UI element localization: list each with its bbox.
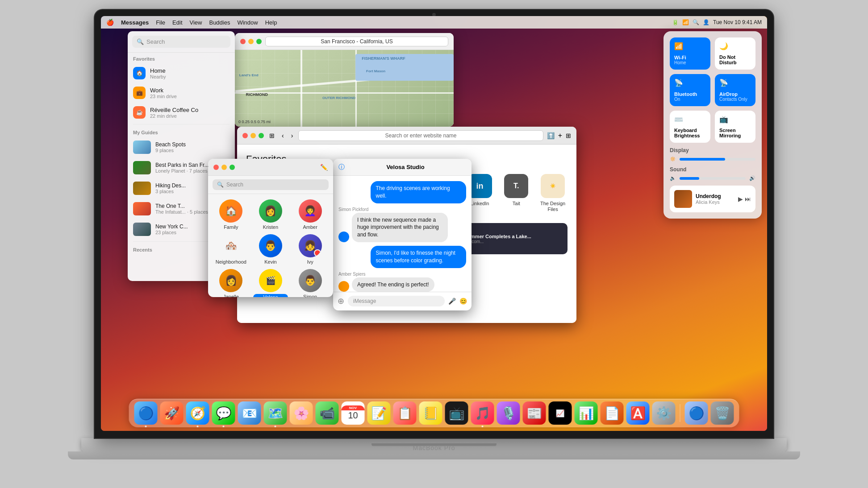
menu-file[interactable]: File (156, 19, 165, 26)
dock-appstore[interactable]: 🅰️ (626, 401, 650, 425)
safari-tabs-btn[interactable]: ⊞ (566, 132, 571, 139)
thread-audio-btn[interactable]: 🎤 (448, 298, 456, 305)
search-icon[interactable]: 🔍 (693, 19, 699, 25)
cc-playback-controls[interactable]: ▶ ⏭ (738, 195, 751, 203)
maps-home-item[interactable]: 🏠 Home Nearby (128, 63, 235, 83)
dock-appletv[interactable]: 📺 (445, 401, 468, 425)
safari-max-btn[interactable] (259, 133, 264, 138)
messages-compose-btn[interactable]: ✏️ (320, 164, 328, 171)
play-icon[interactable]: ▶ (738, 195, 743, 203)
fav-item-designfiles[interactable]: ☀️ The Design Files (538, 174, 568, 212)
bluetooth-tile-icon: 📡 (674, 79, 706, 87)
dock-trash[interactable]: 🗑️ (711, 401, 734, 425)
dock-stocks[interactable]: 📈 (549, 401, 572, 425)
dock-calendar-month: NOV (342, 405, 365, 410)
cc-sound-slider[interactable] (680, 177, 746, 180)
maps-address-bar[interactable]: San Francisco - California, US (265, 37, 448, 46)
dock-facetime[interactable]: 📹 (316, 401, 339, 425)
maps-coffee-item[interactable]: ☕ Réveille Coffee Co 22 min drive (128, 103, 235, 122)
dock-calendar[interactable]: NOV 10 (342, 401, 365, 425)
skip-icon[interactable]: ⏭ (745, 195, 751, 203)
cc-airdrop-tile[interactable]: 📡 AirDrop Contacts Only (715, 74, 755, 106)
contact-name-amber: Amber (303, 224, 317, 230)
maps-close-btn[interactable] (240, 39, 246, 44)
thread-info-btn[interactable]: ⓘ (338, 163, 345, 171)
contact-avatar-janelle: 👩 (219, 269, 242, 292)
safari-sidebar-btn[interactable]: ⊞ (267, 132, 276, 139)
cc-wifi-tile[interactable]: 📶 Wi-Fi Home (670, 37, 710, 70)
dock-finder[interactable]: 🔵 (134, 401, 158, 425)
contact-neighborhood[interactable]: 🏘️ Neighborhood (213, 234, 249, 265)
cc-album-art (674, 190, 692, 208)
maps-guide-beach[interactable]: Beach Spots 9 places (128, 137, 235, 157)
dock-messages[interactable]: 💬 (212, 401, 235, 425)
thread-imessage-input[interactable]: iMessage (348, 296, 445, 306)
menu-view[interactable]: View (190, 19, 202, 26)
maps-search-box[interactable]: 🔍 Search (132, 36, 230, 48)
maps-map-view[interactable]: FISHERMAN'S WHARF Fort Mason RICHMOND La… (235, 50, 454, 127)
thread-emoji-btn[interactable]: 😊 (459, 298, 467, 305)
contact-kevin[interactable]: 👨 Kevin (253, 234, 288, 265)
dock-reminders[interactable]: 📋 (393, 401, 417, 425)
dock-pages[interactable]: 📄 (601, 401, 624, 425)
contact-janelle[interactable]: 👩 Janelle (213, 269, 249, 297)
safari-address-bar[interactable]: Search or enter website name (298, 130, 543, 141)
contact-amber[interactable]: 👩‍🦱 Amber (292, 199, 328, 230)
dock-stocks-icon: 📈 (556, 409, 565, 418)
dock-launchpad[interactable]: 🚀 (160, 401, 184, 425)
contact-ivy[interactable]: 👧 Ivy (292, 234, 328, 265)
cc-keyboard-tile[interactable]: ⌨️ Keyboard Brightness (670, 111, 710, 143)
dock-siri[interactable]: 🔵 (685, 401, 708, 425)
contact-family[interactable]: 🏠 Family (213, 199, 249, 230)
fav-item-tait[interactable]: T. Tait (501, 174, 531, 212)
maps-work-item[interactable]: 💼 Work 23 min drive (128, 83, 235, 103)
dock-news-icon: 📰 (526, 406, 542, 421)
cc-dnd-tile[interactable]: 🌙 Do Not Disturb (715, 37, 755, 70)
cc-bluetooth-label: Bluetooth (674, 91, 706, 97)
safari-min-btn[interactable] (250, 133, 256, 138)
messages-min-btn[interactable] (221, 165, 227, 170)
dock-mail[interactable]: 📧 (238, 401, 261, 425)
maps-max-btn[interactable] (256, 39, 262, 44)
dock-numbers[interactable]: 📊 (575, 401, 598, 425)
messages-max-btn[interactable] (230, 165, 235, 170)
cc-display-slider[interactable] (680, 158, 755, 161)
cc-bluetooth-tile[interactable]: 📡 Bluetooth On (670, 74, 710, 106)
maps-min-btn[interactable] (248, 39, 254, 44)
dock-stickies[interactable]: 📝 (367, 401, 391, 425)
maps-search-placeholder: Search (146, 38, 165, 45)
dock-appletv-icon: 📺 (449, 406, 464, 421)
menu-buddies[interactable]: Buddies (209, 19, 230, 26)
contact-simon[interactable]: 👨 Simon (292, 269, 328, 297)
messages-close-btn[interactable] (213, 165, 219, 170)
dock-maps[interactable]: 🗺️ (264, 401, 287, 425)
dock-notes[interactable]: 📒 (419, 401, 442, 425)
map-label-mason: Fort Mason (366, 69, 385, 73)
thread-apps-btn[interactable]: ⊕ (338, 296, 344, 306)
dock-podcasts[interactable]: 🎙️ (497, 401, 520, 425)
thread-header: ⓘ Velosa Studio (333, 159, 472, 176)
menu-window[interactable]: Window (237, 19, 258, 26)
menu-help[interactable]: Help (265, 19, 277, 26)
maps-guide-hiking-thumb (133, 182, 151, 195)
cc-mirroring-tile[interactable]: 📺 Screen Mirroring (715, 111, 755, 143)
menu-edit[interactable]: Edit (172, 19, 182, 26)
dock-music[interactable]: 🎵 (471, 401, 494, 425)
dock-photos[interactable]: 🌸 (290, 401, 313, 425)
dock-safari[interactable]: 🧭 (186, 401, 209, 425)
apple-menu[interactable]: 🍎 (106, 19, 114, 26)
messages-search-box[interactable]: 🔍 Search (213, 179, 329, 190)
safari-new-tab-btn[interactable]: + (558, 132, 562, 140)
active-app-name[interactable]: Messages (121, 19, 149, 26)
safari-share-btn[interactable]: ⬆️ (547, 132, 555, 139)
safari-titlebar: ⊞ ‹ › Search or enter website name ⬆️ + … (237, 127, 576, 145)
cc-row-3: ⌨️ Keyboard Brightness 📺 Screen Mirrorin… (670, 111, 755, 143)
safari-back-btn[interactable]: ‹ (280, 132, 286, 139)
map-label-richmond: RICHMOND (246, 92, 268, 97)
contact-kristen[interactable]: 👩 Kristen (253, 199, 288, 230)
contact-velosa[interactable]: 🎬 Velosa Studio (253, 269, 288, 297)
dock-systemprefs[interactable]: ⚙️ (652, 401, 676, 425)
safari-forward-btn[interactable]: › (289, 132, 295, 139)
safari-close-btn[interactable] (242, 133, 248, 138)
dock-news[interactable]: 📰 (523, 401, 546, 425)
